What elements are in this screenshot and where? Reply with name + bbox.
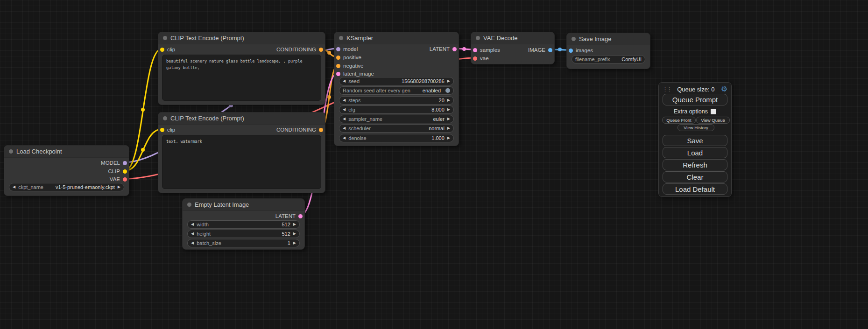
conditioning-slot-dot-icon[interactable] xyxy=(319,128,323,132)
node-titlebar[interactable]: VAE Decode xyxy=(471,32,554,44)
node-collapse-dot-icon[interactable] xyxy=(572,37,576,41)
input-slot-images[interactable]: images xyxy=(569,47,593,54)
save-button[interactable]: Save xyxy=(663,135,727,146)
node-titlebar[interactable]: Save Image xyxy=(567,33,650,45)
conditioning-slot-dot-icon[interactable] xyxy=(319,48,323,52)
decrement-arrow-icon[interactable]: ◀ xyxy=(191,232,194,236)
filename-prefix-widget[interactable]: filename_prefix ComfyUI xyxy=(572,55,645,63)
input-slot-clip[interactable]: clip xyxy=(160,126,175,133)
input-slot-positive[interactable]: positive xyxy=(336,54,361,61)
vae-slot-dot-icon[interactable] xyxy=(123,177,127,182)
queue-prompt-button[interactable]: Queue Prompt xyxy=(663,94,727,105)
increment-arrow-icon[interactable]: ▶ xyxy=(293,223,296,226)
increment-arrow-icon[interactable]: ▶ xyxy=(447,79,450,83)
prompt-textarea[interactable]: beautiful scenery nature glass bottle la… xyxy=(162,55,321,101)
increment-arrow-icon[interactable]: ▶ xyxy=(447,108,450,112)
decrement-arrow-icon[interactable]: ◀ xyxy=(343,126,346,130)
increment-arrow-icon[interactable]: ▶ xyxy=(447,136,450,140)
node-collapse-dot-icon[interactable] xyxy=(163,36,167,40)
input-slot-samples[interactable]: samples xyxy=(473,46,500,54)
node-clip-text-encode-negative[interactable]: CLIP Text Encode (Prompt) clip CONDITION… xyxy=(158,112,325,193)
decrement-arrow-icon[interactable]: ◀ xyxy=(343,117,346,121)
clip-slot-dot-icon[interactable] xyxy=(160,128,164,132)
input-slot-clip[interactable]: clip xyxy=(160,46,175,53)
load-default-button[interactable]: Load Default xyxy=(663,183,727,195)
height-widget[interactable]: ◀ height 512 ▶ xyxy=(187,230,300,238)
node-save-image[interactable]: Save Image images filename_prefix ComfyU… xyxy=(566,33,650,69)
model-slot-dot-icon[interactable] xyxy=(123,161,127,165)
increment-arrow-icon[interactable]: ▶ xyxy=(447,117,450,121)
node-clip-text-encode-positive[interactable]: CLIP Text Encode (Prompt) clip CONDITION… xyxy=(158,32,325,105)
output-slot-vae[interactable]: VAE xyxy=(110,175,127,183)
decrement-arrow-icon[interactable]: ◀ xyxy=(13,185,15,189)
input-slot-vae[interactable]: vae xyxy=(473,55,489,62)
extra-options-checkbox[interactable] xyxy=(711,109,716,114)
node-titlebar[interactable]: Empty Latent Image xyxy=(183,199,304,211)
latent-slot-dot-icon[interactable] xyxy=(298,214,303,218)
input-slot-latent-image[interactable]: latent_image xyxy=(336,70,374,77)
node-collapse-dot-icon[interactable] xyxy=(339,36,343,40)
model-slot-dot-icon[interactable] xyxy=(336,47,340,51)
output-slot-conditioning[interactable]: CONDITIONING xyxy=(276,126,323,133)
node-titlebar[interactable]: CLIP Text Encode (Prompt) xyxy=(158,32,325,44)
node-collapse-dot-icon[interactable] xyxy=(9,149,13,154)
steps-widget[interactable]: ◀ steps 20 ▶ xyxy=(339,96,454,105)
node-vae-decode[interactable]: VAE Decode samples vae IMAGE xyxy=(471,32,555,64)
sampler-name-widget[interactable]: ◀ sampler_name euler ▶ xyxy=(339,115,454,123)
conditioning-slot-dot-icon[interactable] xyxy=(336,56,340,60)
batch-size-widget[interactable]: ◀ batch_size 1 ▶ xyxy=(187,239,300,247)
output-slot-latent[interactable]: LATENT xyxy=(430,45,457,53)
increment-arrow-icon[interactable]: ▶ xyxy=(447,126,450,130)
vae-slot-dot-icon[interactable] xyxy=(473,56,477,61)
input-slot-negative[interactable]: negative xyxy=(336,62,363,70)
increment-arrow-icon[interactable]: ▶ xyxy=(118,185,120,189)
image-slot-dot-icon[interactable] xyxy=(569,49,573,53)
node-collapse-dot-icon[interactable] xyxy=(476,36,480,40)
output-slot-conditioning[interactable]: CONDITIONING xyxy=(276,46,323,53)
increment-arrow-icon[interactable]: ▶ xyxy=(447,98,450,102)
graph-canvas[interactable]: Load Checkpoint MODEL CLIP VAE ◀ ckpt_na… xyxy=(0,0,868,329)
decrement-arrow-icon[interactable]: ◀ xyxy=(343,136,346,140)
decrement-arrow-icon[interactable]: ◀ xyxy=(343,108,346,112)
decrement-arrow-icon[interactable]: ◀ xyxy=(343,79,346,83)
node-collapse-dot-icon[interactable] xyxy=(163,116,167,120)
cfg-widget[interactable]: ◀ cfg 8.000 ▶ xyxy=(339,105,454,114)
seed-widget[interactable]: ◀ seed 156680208700286 ▶ xyxy=(339,77,454,85)
node-empty-latent-image[interactable]: Empty Latent Image LATENT ◀ width 512 ▶ … xyxy=(182,198,305,250)
view-queue-button[interactable]: View Queue xyxy=(696,117,730,124)
scheduler-widget[interactable]: ◀ scheduler normal ▶ xyxy=(339,124,454,133)
conditioning-slot-dot-icon[interactable] xyxy=(336,64,340,68)
node-titlebar[interactable]: Load Checkpoint xyxy=(4,146,129,158)
node-titlebar[interactable]: KSampler xyxy=(334,32,459,44)
view-history-button[interactable]: View History xyxy=(677,124,714,131)
decrement-arrow-icon[interactable]: ◀ xyxy=(343,98,346,102)
output-slot-image[interactable]: IMAGE xyxy=(528,46,552,54)
image-slot-dot-icon[interactable] xyxy=(548,48,552,52)
input-slot-model[interactable]: model xyxy=(336,45,358,53)
latent-slot-dot-icon[interactable] xyxy=(336,72,340,76)
node-titlebar[interactable]: CLIP Text Encode (Prompt) xyxy=(158,112,325,125)
clear-button[interactable]: Clear xyxy=(663,171,727,182)
latent-slot-dot-icon[interactable] xyxy=(473,48,477,52)
output-slot-model[interactable]: MODEL xyxy=(101,159,127,167)
node-load-checkpoint[interactable]: Load Checkpoint MODEL CLIP VAE ◀ ckpt_na… xyxy=(4,145,129,196)
random-seed-toggle-widget[interactable]: Random seed after every gen enabled xyxy=(339,86,454,95)
node-ksampler[interactable]: KSampler model positive negative latent_… xyxy=(334,32,459,146)
toggle-on-indicator-icon[interactable] xyxy=(445,88,450,93)
clip-slot-dot-icon[interactable] xyxy=(160,48,164,52)
decrement-arrow-icon[interactable]: ◀ xyxy=(191,241,194,245)
load-button[interactable]: Load xyxy=(663,147,727,158)
prompt-textarea[interactable]: text, watermark xyxy=(162,135,321,189)
denoise-widget[interactable]: ◀ denoise 1.000 ▶ xyxy=(339,134,454,142)
node-collapse-dot-icon[interactable] xyxy=(187,203,191,207)
increment-arrow-icon[interactable]: ▶ xyxy=(293,232,296,236)
ckpt-name-widget[interactable]: ◀ ckpt_name v1-5-pruned-emaonly.ckpt ▶ xyxy=(9,183,124,191)
output-slot-clip[interactable]: CLIP xyxy=(108,168,127,175)
width-widget[interactable]: ◀ width 512 ▶ xyxy=(187,220,300,229)
increment-arrow-icon[interactable]: ▶ xyxy=(293,241,296,245)
decrement-arrow-icon[interactable]: ◀ xyxy=(191,223,194,226)
refresh-button[interactable]: Refresh xyxy=(663,159,727,170)
output-slot-latent[interactable]: LATENT xyxy=(275,212,303,220)
settings-gear-icon[interactable]: ⚙ xyxy=(721,85,727,93)
menu-drag-handle-icon[interactable]: ⋮⋮ xyxy=(663,87,671,92)
